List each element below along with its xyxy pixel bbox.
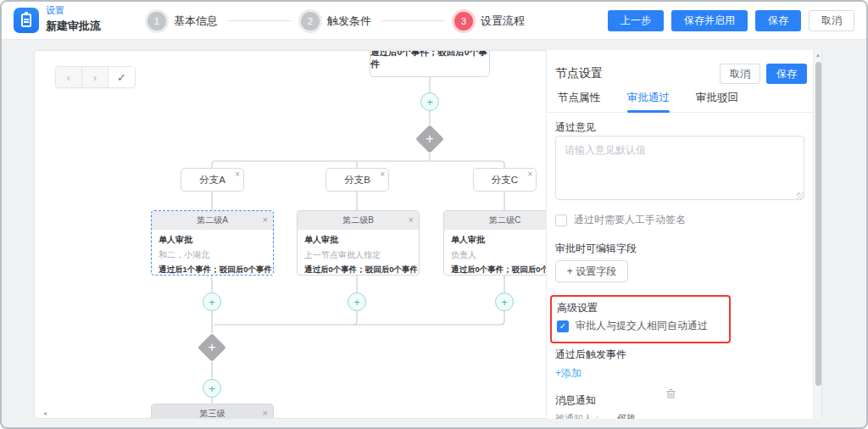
pass-opinion-textarea[interactable]: [555, 136, 804, 200]
node-title: 第二级B: [342, 214, 374, 226]
add-node-button[interactable]: +: [203, 292, 221, 311]
pass-opinion-label: 通过意见: [555, 120, 596, 135]
tab-approval-pass[interactable]: 审批通过: [627, 91, 670, 105]
node-header: 第三级 ×: [152, 404, 273, 419]
panel-cancel-button[interactable]: 取消: [720, 64, 760, 84]
notified-person-value: 何故: [617, 412, 636, 419]
trash-icon[interactable]: [666, 387, 676, 402]
start-node[interactable]: 通过后0个事件；驳回后0个事件: [370, 50, 490, 77]
save-and-enable-button[interactable]: 保存并启用: [671, 10, 748, 31]
approval-node-level2-b[interactable]: 第二级B × 单人审批 上一节点审批人指定 通过后0个事件；驳回后0个事件: [297, 210, 420, 276]
step-basic-info: 1 基本信息: [147, 12, 218, 31]
cancel-button[interactable]: 取消: [809, 10, 854, 31]
set-fields-button[interactable]: + 设置字段: [555, 260, 628, 282]
close-icon[interactable]: ×: [527, 170, 532, 179]
panel-actions: 取消 保存: [720, 64, 807, 84]
panel-tabs: 节点属性 审批通过 审批驳回: [547, 91, 815, 113]
branch-merge-diamond[interactable]: +: [198, 333, 226, 362]
page-title: 新建审批流: [46, 20, 101, 31]
message-notify-label: 消息通知: [555, 393, 596, 408]
events-summary: 通过后0个事件；驳回后0个事件: [304, 265, 412, 276]
panel-save-button[interactable]: 保存: [766, 64, 807, 84]
node-header: 第二级A ×: [152, 211, 273, 230]
panel-scrollbar[interactable]: ▲: [813, 50, 821, 419]
approval-type: 单人审批: [451, 234, 559, 246]
active-tab-underline: [627, 110, 670, 113]
add-event-link[interactable]: +添加: [555, 366, 581, 381]
approval-type: 单人审批: [159, 234, 266, 246]
node-title: 第二级C: [489, 214, 520, 226]
chevron-right-icon: ›: [93, 71, 97, 84]
add-node-button[interactable]: +: [420, 92, 439, 111]
branch-c-label: 分支C: [492, 174, 518, 187]
notified-person-row: 被通知人： 何故: [555, 412, 636, 419]
node-title: 第三级: [200, 408, 225, 419]
approver-names: 和二，小湖北: [159, 249, 266, 261]
node-body: 单人审批 和二，小湖北 通过后1个事件；驳回后0个事件: [152, 230, 273, 276]
branch-b-label: 分支B: [344, 174, 370, 187]
branch-node-c[interactable]: 分支C ×: [473, 168, 537, 192]
step-trigger-condition: 2 触发条件: [301, 12, 371, 31]
branch-node-b[interactable]: 分支B ×: [326, 168, 389, 192]
manual-signature-label: 通过时需要人工手动签名: [574, 213, 686, 227]
notified-person-label: 被通知人：: [555, 412, 602, 419]
app-window: 设置 新建审批流 1 基本信息 2 触发条件 3 设置流程 上一步 保存并启用 …: [0, 0, 868, 429]
step-2-circle: 2: [301, 12, 320, 31]
plus-icon: +: [202, 337, 222, 358]
plus-icon: +: [501, 296, 508, 309]
checkbox-unchecked-icon[interactable]: [555, 214, 567, 226]
node-title: 第二级A: [197, 214, 228, 226]
prev-step-button[interactable]: 上一步: [608, 10, 664, 31]
chevron-left-icon: ‹: [67, 71, 70, 84]
redo-button[interactable]: ›: [82, 67, 108, 87]
advanced-settings-label: 高级设置: [557, 301, 598, 315]
breadcrumb: 设置: [46, 6, 101, 15]
tab-approval-reject[interactable]: 审批驳回: [696, 91, 738, 105]
close-icon[interactable]: ×: [409, 214, 414, 225]
step-setup-flow: 3 设置流程: [454, 12, 525, 31]
branch-a-label: 分支A: [199, 174, 225, 187]
step-3-circle: 3: [454, 12, 473, 31]
plus-icon: +: [209, 296, 215, 309]
save-button[interactable]: 保存: [755, 10, 801, 31]
plus-icon: +: [420, 129, 440, 149]
scroll-left-icon[interactable]: ◂: [43, 410, 47, 417]
checkbox-checked-icon[interactable]: ✓: [557, 320, 569, 332]
add-node-button[interactable]: +: [495, 292, 514, 311]
plus-icon: +: [353, 296, 360, 309]
scroll-up-icon[interactable]: ▲: [815, 53, 821, 58]
validate-button[interactable]: ✓: [108, 67, 135, 87]
step-2-label: 触发条件: [327, 14, 371, 29]
step-3-label: 设置流程: [481, 14, 525, 29]
check-icon: ✓: [117, 71, 126, 84]
document-icon: [21, 14, 31, 27]
close-icon[interactable]: ×: [263, 408, 268, 418]
branch-node-a[interactable]: 分支A ×: [181, 168, 244, 192]
tab-node-properties[interactable]: 节点属性: [558, 91, 600, 105]
undo-button[interactable]: ‹: [56, 67, 82, 87]
approver-names: 上一节点审批人指定: [304, 249, 412, 261]
approval-node-level2-a[interactable]: 第二级A × 单人审批 和二，小湖北 通过后1个事件；驳回后0个事件: [151, 210, 274, 276]
approval-node-level3[interactable]: 第三级 ×: [151, 404, 274, 419]
node-header: 第二级B ×: [298, 211, 419, 230]
add-node-button[interactable]: +: [203, 379, 221, 398]
close-icon[interactable]: ×: [380, 170, 385, 179]
panel-header: 节点设置 取消 保存: [555, 64, 807, 84]
auto-pass-checkbox-row[interactable]: ✓ 审批人与提交人相同自动通过: [557, 319, 708, 333]
add-node-button[interactable]: +: [348, 292, 366, 311]
plus-icon: +: [209, 382, 215, 395]
auto-pass-label: 审批人与提交人相同自动通过: [576, 319, 708, 333]
events-summary: 通过后0个事件；驳回后0个事件: [451, 265, 559, 276]
step-1-label: 基本信息: [174, 14, 218, 29]
manual-signature-checkbox-row[interactable]: 通过时需要人工手动签名: [555, 213, 686, 227]
step-1-circle: 1: [147, 12, 166, 31]
close-icon[interactable]: ×: [235, 170, 240, 179]
scrollbar-thumb[interactable]: [815, 62, 821, 386]
node-settings-panel: 节点设置 取消 保存 节点属性 审批通过 审批驳回 通过意见 通过时需要人工手动…: [546, 50, 815, 419]
approval-type: 单人审批: [304, 234, 412, 246]
node-body: 单人审批 上一节点审批人指定 通过后0个事件；驳回后0个事件: [298, 230, 419, 276]
events-summary: 通过后1个事件；驳回后0个事件: [159, 265, 266, 276]
approver-names: 负责人: [451, 249, 559, 261]
branch-split-diamond[interactable]: +: [415, 125, 444, 153]
close-icon[interactable]: ×: [263, 214, 268, 225]
